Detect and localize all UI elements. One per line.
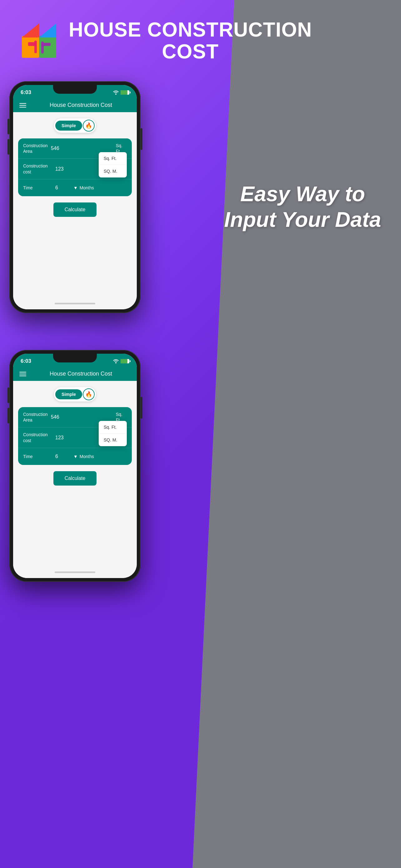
battery-icon-2 (121, 359, 129, 363)
app-title: HOUSE CONSTRUCTION COST (69, 19, 312, 63)
bg-gray-panel (192, 0, 401, 868)
home-bar (55, 303, 95, 304)
app-bar-title-2: House Construction Cost (31, 371, 131, 377)
wifi-icon-2 (113, 359, 119, 363)
toggle-pill-2[interactable]: Simple 🔥 (54, 387, 96, 402)
time-unit-2: Months (80, 454, 94, 459)
phone-mockup-1: 6:03 House Construction Cos (9, 81, 140, 313)
toggle-pill[interactable]: Simple 🔥 (54, 118, 96, 133)
mode-toggle[interactable]: Simple 🔥 (18, 118, 132, 133)
calculate-button[interactable]: Calculate (54, 203, 97, 217)
mode-toggle-2[interactable]: Simple 🔥 (18, 387, 132, 402)
app-top-bar: House Construction Cost (13, 98, 137, 112)
hamburger-menu-2[interactable] (20, 372, 26, 376)
construction-area-row-2: Construction Area Sq. Ft. Sq. Ft. SQ. M. (18, 407, 132, 428)
phone-notch (53, 85, 97, 94)
construction-area-label-2: Construction Area (23, 411, 48, 423)
time-label: Time (23, 185, 53, 191)
dropdown-item-sqft-2[interactable]: Sq. Ft. (99, 421, 127, 434)
power-button-2 (140, 397, 142, 419)
status-time-2: 6:03 (21, 358, 31, 364)
input-form-card: Construction Area Sq. Ft. Sq. Ft. SQ. M. (18, 138, 132, 196)
simple-mode-btn[interactable]: Simple (55, 121, 82, 131)
time-input[interactable] (53, 184, 71, 192)
calculate-button-2[interactable]: Calculate (54, 471, 97, 486)
time-row-2: Time ▼ Months (18, 448, 132, 465)
phone-screen-1: 6:03 House Construction Cos (13, 85, 137, 309)
app-bar-title: House Construction Cost (31, 102, 131, 108)
phone-frame-2: 6:03 House Construction Cos (9, 350, 140, 582)
vol-up-button-2 (7, 388, 9, 403)
phone-notch-2 (53, 354, 97, 363)
construction-area-label: Construction Area (23, 143, 48, 154)
svg-point-8 (115, 93, 116, 95)
app-content-1: Simple 🔥 Construction Area Sq. Ft. (13, 112, 137, 300)
status-icons (113, 90, 129, 95)
time-input-2[interactable] (53, 453, 71, 461)
dropdown-arrow-icon-2[interactable]: ▼ (73, 454, 78, 459)
home-indicator-2 (13, 568, 137, 578)
phone-frame-1: 6:03 House Construction Cos (9, 81, 140, 313)
unit-dropdown-2[interactable]: Sq. Ft. SQ. M. (99, 421, 127, 446)
construction-area-input[interactable] (48, 144, 116, 153)
input-form-card-2: Construction Area Sq. Ft. Sq. Ft. SQ. M. (18, 407, 132, 465)
status-icons-2 (113, 359, 129, 363)
hamburger-menu[interactable] (20, 103, 26, 107)
dropdown-item-sqft[interactable]: Sq. Ft. (99, 152, 127, 165)
svg-rect-7 (41, 41, 44, 54)
tagline: Easy Way to Input Your Data (217, 181, 389, 232)
app-header-section: HOUSE CONSTRUCTION COST (0, 0, 401, 75)
unit-dropdown[interactable]: Sq. Ft. SQ. M. (99, 152, 127, 178)
construction-cost-label-2: Construction cost (23, 432, 53, 443)
svg-rect-5 (34, 41, 37, 53)
vol-down-button (7, 139, 9, 155)
time-label-2: Time (23, 454, 53, 459)
phone-screen-2: 6:03 House Construction Cos (13, 354, 137, 578)
svg-point-9 (115, 362, 116, 363)
app-logo (19, 20, 59, 61)
home-bar-2 (55, 571, 95, 573)
dropdown-arrow-icon[interactable]: ▼ (73, 185, 78, 190)
power-button (140, 128, 142, 150)
vol-up-button (7, 119, 9, 134)
app-content-2: Simple 🔥 Construction Area Sq. Ft. (13, 381, 137, 568)
construction-area-input-2[interactable] (48, 413, 116, 421)
fire-mode-btn-2[interactable]: 🔥 (83, 389, 95, 400)
svg-marker-3 (39, 24, 56, 37)
dropdown-item-sqm[interactable]: SQ. M. (99, 165, 127, 178)
phone-mockup-2: 6:03 House Construction Cos (9, 350, 140, 582)
app-top-bar-2: House Construction Cost (13, 367, 137, 381)
vol-down-button-2 (7, 408, 9, 423)
time-row: Time ▼ Months (18, 179, 132, 196)
dropdown-item-sqm-2[interactable]: SQ. M. (99, 434, 127, 446)
battery-icon (121, 90, 129, 95)
home-indicator (13, 300, 137, 309)
fire-mode-btn[interactable]: 🔥 (83, 120, 95, 131)
construction-area-row: Construction Area Sq. Ft. Sq. Ft. SQ. M. (18, 138, 132, 159)
wifi-icon (113, 90, 119, 95)
construction-cost-label: Construction cost (23, 163, 53, 174)
time-unit: Months (80, 185, 94, 190)
simple-mode-btn-2[interactable]: Simple (55, 389, 82, 399)
svg-marker-1 (22, 24, 39, 37)
status-time: 6:03 (21, 89, 31, 96)
